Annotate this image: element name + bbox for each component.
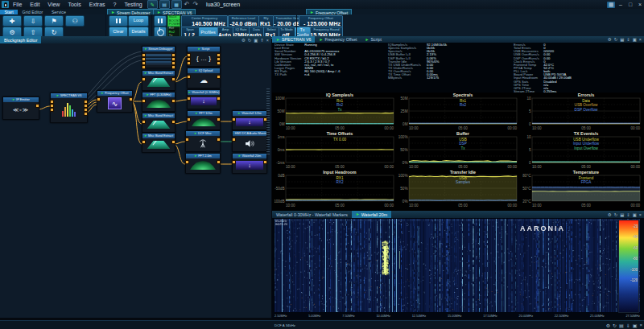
- svg-text:05:00: 05:00: [581, 165, 591, 169]
- chart-errors-s[interactable]: 105010:0005:0000:00Errors/sDataUSB Overf…: [521, 93, 642, 131]
- blockgraph-icon-3[interactable]: ⇑: [260, 38, 264, 43]
- node-extract-c[interactable]: ►Misc Band Extract: [142, 133, 175, 153]
- waterfall-icon-5[interactable]: ×: [639, 212, 642, 217]
- waterfall-tab-1[interactable]: Waterfall 0-30MHz - Waterfall Markers: [272, 211, 352, 218]
- chart-buffer[interactable]: 100%50%0%10:0005:0000:00BufferUSBDSPTx: [398, 131, 519, 170]
- spectran-panel-icon-0[interactable]: ⚙: [608, 37, 612, 42]
- taskbar-icon-0[interactable]: ⚙: [606, 323, 610, 328]
- node-wf-12m[interactable]: ►Waterfall 1/2m↓: [232, 110, 267, 130]
- freq-tick: 10.00MHz: [376, 315, 390, 318]
- spectran-panel-icon-5[interactable]: ×: [639, 37, 642, 42]
- svg-text:Transfer Idle: Transfer Idle: [450, 170, 476, 175]
- blockgraph-icon-0[interactable]: ⚙: [242, 38, 246, 43]
- ribbon-icon-3[interactable]: ⚇: [65, 15, 85, 27]
- debugger-loop-button[interactable]: Loop: [128, 15, 149, 27]
- node-stream-debugger[interactable]: ►Stream Debugger: [142, 46, 175, 68]
- blockgraph-icon-2[interactable]: ▣: [254, 38, 258, 43]
- field-rly[interactable]: RlyRx1: [258, 15, 274, 27]
- debugger-pause-button[interactable]: [109, 15, 128, 27]
- spectran-panel-icon-4[interactable]: ▣: [633, 37, 637, 42]
- blockgraph-icon-1[interactable]: ↻: [248, 38, 252, 43]
- ribbon-tab-grid-editor[interactable]: Grid Editor: [18, 10, 47, 14]
- node-freq-offset[interactable]: ►Frequency Offset∿: [97, 90, 133, 113]
- node-ip-emitter[interactable]: ►IP Emitter≪▫≫: [2, 97, 39, 120]
- field-reference-level[interactable]: Reference Level-24.0 dBm: [228, 15, 259, 27]
- spectran-panel-icon-2[interactable]: ▤: [620, 37, 624, 42]
- undo-icon[interactable]: ↶: [184, 1, 190, 8]
- ribbon-icon-1[interactable]: ⇩: [23, 15, 43, 27]
- waterfall-icon-1[interactable]: ↻: [614, 212, 618, 217]
- menu-item-tools[interactable]: Tools: [64, 2, 85, 7]
- taskbar-icon-3[interactable]: ⇓: [626, 323, 630, 328]
- menu-item-testing[interactable]: Testing: [120, 2, 146, 7]
- blockgraph-canvas[interactable]: ►IP Emitter≪▫≫►SPECTRAN V6►Frequency Off…: [0, 43, 271, 318]
- taskbar-icon-2[interactable]: ▤: [619, 323, 624, 328]
- node-wf-20m[interactable]: ►Waterfall 20m↓: [232, 153, 267, 174]
- spectran-pause-button[interactable]: [154, 15, 167, 27]
- chart-time-offsets[interactable]: 1ms0ms-1ms10:0005:0000:00Time OffsetsTX …: [275, 131, 396, 170]
- trap-icon: [147, 78, 171, 87]
- chart-iq-samples-s[interactable]: 100M50M0M10:0005:0000:00IQ Samples/sRx1R…: [275, 93, 396, 131]
- node-audio-monitor[interactable]: ►HM1 DCA Audio Monitor: [232, 130, 267, 152]
- node-fft-20m[interactable]: ►FFT 2.0m: [185, 153, 221, 174]
- maximize-button[interactable]: □: [626, 2, 634, 8]
- pencil-icon[interactable]: ✎: [147, 0, 158, 9]
- chart-spectra-s[interactable]: 50M25M0M10:0005:0000:00Spectra/sRx1Rx2: [398, 93, 519, 131]
- waterfall-canvas[interactable]: [275, 219, 640, 312]
- svg-text:25M: 25M: [401, 109, 408, 113]
- menu-item-?[interactable]: ?: [109, 2, 121, 7]
- panel-tab-spectran-v6[interactable]: ►SPECTRAN V6: [272, 36, 315, 43]
- waterfall-tab-2[interactable]: ►Waterfall 20m: [352, 211, 391, 218]
- waterfall-icon-3[interactable]: ⇓: [626, 212, 630, 217]
- taskbar-tab-0[interactable]: DCF A 34kHz: [275, 323, 295, 327]
- svg-text:20°C: 20°C: [522, 199, 531, 204]
- chart-temperature[interactable]: 80°C50°C20°C10:0005:0000:00TemperatureFr…: [521, 170, 642, 208]
- chart-transfer-idle[interactable]: 100%50%0%10:0005:0000:00Transfer IdleUSB…: [398, 170, 519, 208]
- close-button[interactable]: ×: [636, 2, 644, 8]
- menu-item-file[interactable]: File: [9, 2, 26, 7]
- svg-text:Rx2: Rx2: [460, 103, 467, 107]
- node-fft-030[interactable]: ►FFT (0-30MHz): [142, 92, 175, 112]
- taskbar-icon-4[interactable]: ▣: [633, 323, 638, 328]
- node-wf-030[interactable]: ►Waterfall (0-30MHz)↓: [187, 89, 221, 109]
- ribbon-tab-service[interactable]: Service: [47, 10, 71, 14]
- node-extract-a[interactable]: ►Misc Band Extract: [142, 70, 175, 91]
- grid-icon[interactable]: ▦: [171, 0, 182, 9]
- menu-item-extras[interactable]: Extras: [85, 2, 109, 7]
- panel-tab-frequency-offset[interactable]: ►Frequency Offset: [315, 36, 361, 43]
- menu-item-view[interactable]: View: [43, 2, 64, 7]
- redo-icon[interactable]: ↷: [192, 1, 198, 8]
- node-iq-upload[interactable]: ►IQ Upload☁: [187, 68, 221, 88]
- chart-input-headroom[interactable]: 0dB-50dB-100dB10:0005:0000:00Input Headr…: [275, 170, 396, 208]
- minimize-button[interactable]: –: [617, 2, 625, 8]
- blockgraph-icon-4[interactable]: ×: [266, 38, 269, 43]
- field-frequency-offset[interactable]: Frequency Offset- 125.000 MHz: [299, 15, 343, 27]
- ribbon-tab-start[interactable]: Start: [0, 10, 18, 14]
- list-icon[interactable]: ▤: [159, 0, 170, 9]
- waterfall-icon-2[interactable]: ▤: [620, 212, 624, 217]
- node-script[interactable]: ►Script{ … }: [187, 46, 221, 67]
- menu-item-edit[interactable]: Edit: [26, 2, 43, 7]
- svg-text:10: 10: [526, 97, 531, 101]
- panel-toggle-button[interactable]: ▦: [607, 2, 615, 8]
- node-dcf-misc[interactable]: ►DCF Misc: [185, 130, 221, 152]
- field-center-frequency[interactable]: Center Frequency140.500 MHz: [181, 15, 228, 27]
- panel-tab-script[interactable]: ►Script: [361, 36, 386, 43]
- taskbar-icon-1[interactable]: ↻: [613, 323, 617, 328]
- node-extract-b[interactable]: ►Misc Band Extract: [142, 113, 175, 133]
- waterfall-display[interactable]: 05.2023 04:01:20 AARONIA -20-40-60-80-10…: [272, 218, 644, 319]
- taskbar-icon-5[interactable]: ×: [639, 323, 642, 328]
- node-fft-12m[interactable]: ►FFT 1/2m: [187, 110, 221, 130]
- waterfall-icon-4[interactable]: ▣: [633, 212, 637, 217]
- spectran-panel-icon-3[interactable]: ⇓: [626, 37, 630, 42]
- node-spectran-v6[interactable]: ►SPECTRAN V6: [50, 93, 88, 123]
- ribbon-icon-2[interactable]: ⚑: [44, 15, 64, 27]
- svg-text:5: 5: [529, 148, 531, 152]
- spectran-panel-icon-1[interactable]: ↻: [614, 37, 618, 42]
- ribbon-icon-0[interactable]: ✚: [2, 15, 22, 27]
- blockgraph-title-tab[interactable]: Blockgraph Editor: [0, 36, 41, 43]
- waterfall-icon-0[interactable]: ⚙: [608, 212, 612, 217]
- chart-tx-events-s[interactable]: 105010:0005:0000:00TX Events/sUSB Underf…: [521, 131, 642, 170]
- svg-text:00:00: 00:00: [508, 126, 518, 130]
- svg-text:50°C: 50°C: [522, 187, 531, 191]
